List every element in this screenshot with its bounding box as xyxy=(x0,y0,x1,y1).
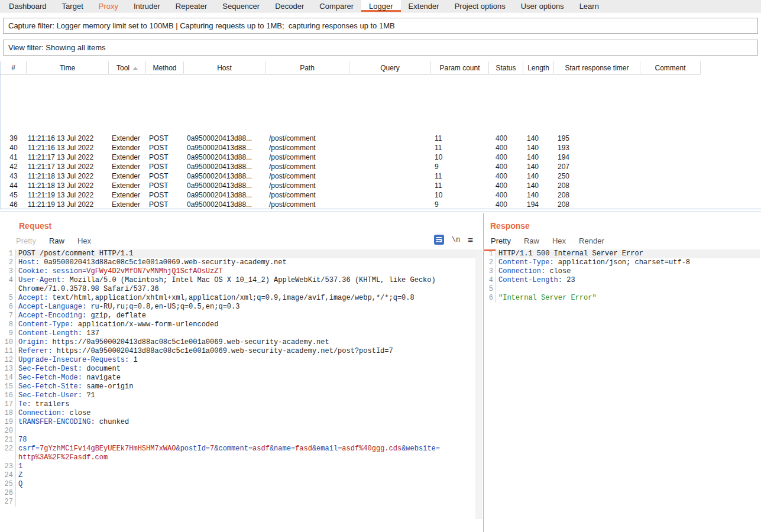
cell-query xyxy=(349,200,431,209)
menu-tab-proxy[interactable]: Proxy xyxy=(91,0,126,12)
cell-comment xyxy=(640,162,701,171)
cell-param_count: 9 xyxy=(431,162,489,171)
line-text: "Internal Server Error" xyxy=(496,294,760,303)
editor-line: 1POST /post/comment HTTP/1.1 xyxy=(0,249,475,258)
line-text: 1 xyxy=(16,462,475,471)
editor-line: 2178 xyxy=(0,436,475,445)
column-header-time[interactable]: Time xyxy=(27,61,109,74)
column-header-method[interactable]: Method xyxy=(146,61,184,74)
table-row[interactable]: 3911:21:16 13 Jul 2022ExtenderPOST0a9500… xyxy=(1,134,701,143)
cell-id: 40 xyxy=(1,143,27,153)
menu-tab-comparer[interactable]: Comparer xyxy=(312,0,361,12)
column-header-tool[interactable]: Tool xyxy=(109,61,146,74)
cell-param_count: 11 xyxy=(431,171,489,181)
request-editor[interactable]: 1POST /post/comment HTTP/1.12Host: 0a950… xyxy=(0,249,475,519)
menu-tab-decoder[interactable]: Decoder xyxy=(267,0,312,12)
line-number: 3 xyxy=(0,267,16,276)
capture-filter-bar[interactable]: Capture filter: Logger memory limit set … xyxy=(3,18,758,34)
response-tab-hex[interactable]: Hex xyxy=(546,235,572,251)
response-tab-render[interactable]: Render xyxy=(572,235,611,251)
table-row[interactable]: 4611:21:19 13 Jul 2022ExtenderPOST0a9500… xyxy=(1,200,701,209)
menu-tab-logger[interactable]: Logger xyxy=(361,0,400,12)
column-header-label: Comment xyxy=(655,64,685,72)
cell-comment xyxy=(640,171,701,181)
response-tab-raw[interactable]: Raw xyxy=(517,235,546,251)
line-text: Content-Type: application/json; charset=… xyxy=(496,258,760,267)
cell-time: 11:21:18 13 Jul 2022 xyxy=(27,181,109,190)
column-header--[interactable]: # xyxy=(1,61,27,74)
menu-tab-sequencer[interactable]: Sequencer xyxy=(215,0,267,12)
column-header-query[interactable]: Query xyxy=(349,61,431,74)
cell-query xyxy=(349,171,431,181)
column-header-start-response-timer[interactable]: Start response timer xyxy=(554,61,640,74)
column-header-comment[interactable]: Comment xyxy=(640,61,701,74)
cell-length: 140 xyxy=(523,143,554,153)
line-number: 10 xyxy=(0,338,16,347)
menu-tab-target[interactable]: Target xyxy=(54,0,91,12)
cell-method: POST xyxy=(146,134,184,143)
cell-timer: 208 xyxy=(554,181,640,190)
request-tab-pretty[interactable]: Pretty xyxy=(9,235,43,251)
newline-toggle-icon[interactable]: \n xyxy=(452,236,460,244)
request-editor-scrollbar[interactable] xyxy=(475,249,482,519)
request-tab-raw[interactable]: Raw xyxy=(43,235,71,251)
request-tab-hex[interactable]: Hex xyxy=(71,235,98,251)
cell-path: /post/comment xyxy=(265,143,349,153)
logger-table[interactable]: 3911:21:16 13 Jul 2022ExtenderPOST0a9500… xyxy=(0,61,701,209)
editor-line: 6Accept-Language: ru-RU,ru;q=0.8,en-US;q… xyxy=(0,303,475,312)
table-row[interactable]: 4411:21:18 13 Jul 2022ExtenderPOST0a9500… xyxy=(1,181,701,190)
line-number: 6 xyxy=(484,294,496,303)
horizontal-split-divider[interactable] xyxy=(0,209,761,212)
view-filter-text: View filter: Showing all items xyxy=(8,43,106,52)
cell-path: /post/comment xyxy=(265,200,349,209)
line-number: 15 xyxy=(0,382,16,391)
menu-tab-learn[interactable]: Learn xyxy=(572,0,607,12)
editor-line: 26 xyxy=(0,489,475,498)
column-header-length[interactable]: Length xyxy=(523,61,554,74)
column-header-status[interactable]: Status xyxy=(489,61,523,74)
cell-length: 140 xyxy=(523,162,554,171)
line-text: Connection: close xyxy=(16,409,475,418)
menu-tab-user-options[interactable]: User options xyxy=(513,0,572,12)
editor-menu-icon[interactable]: ≡ xyxy=(468,235,473,245)
main-menu-bar: DashboardTargetProxyIntruderRepeaterSequ… xyxy=(0,0,761,12)
cell-time: 11:21:16 13 Jul 2022 xyxy=(27,143,109,153)
cell-tool: Extender xyxy=(109,181,146,190)
line-text: Content-Length: 23 xyxy=(496,276,760,285)
response-editor[interactable]: 1HTTP/1.1 500 Internal Server Error2Cont… xyxy=(484,249,760,519)
menu-tab-dashboard[interactable]: Dashboard xyxy=(1,0,54,12)
soft-newlines-icon[interactable] xyxy=(434,235,444,245)
line-number: 11 xyxy=(0,347,16,356)
table-row[interactable]: 4511:21:19 13 Jul 2022ExtenderPOST0a9500… xyxy=(1,190,701,200)
column-header-param-count[interactable]: Param count xyxy=(431,61,489,74)
line-text: Accept: text/html,application/xhtml+xml,… xyxy=(16,294,475,303)
cell-id: 43 xyxy=(1,171,27,181)
cell-query xyxy=(349,190,431,200)
table-row[interactable]: 4111:21:17 13 Jul 2022ExtenderPOST0a9500… xyxy=(1,153,701,162)
cell-host: 0a9500020413d88... xyxy=(184,171,265,181)
column-header-path[interactable]: Path xyxy=(265,61,349,74)
line-text: tRANSFER-ENCODING: chunked xyxy=(16,418,475,427)
cell-length: 140 xyxy=(523,153,554,162)
view-filter-bar[interactable]: View filter: Showing all items xyxy=(3,40,758,56)
menu-tab-intruder[interactable]: Intruder xyxy=(126,0,168,12)
editor-line: 27 xyxy=(0,498,475,507)
cell-comment xyxy=(640,181,701,190)
table-row[interactable]: 4211:21:17 13 Jul 2022ExtenderPOST0a9500… xyxy=(1,162,701,171)
cell-param_count: 11 xyxy=(431,143,489,153)
column-header-host[interactable]: Host xyxy=(184,61,265,74)
editor-line: 25Q xyxy=(0,480,475,489)
cell-method: POST xyxy=(146,153,184,162)
line-number: 6 xyxy=(0,303,16,312)
table-row[interactable]: 4011:21:16 13 Jul 2022ExtenderPOST0a9500… xyxy=(1,143,701,153)
menu-tab-repeater[interactable]: Repeater xyxy=(168,0,215,12)
response-tab-pretty[interactable]: Pretty xyxy=(484,235,517,251)
cell-path: /post/comment xyxy=(265,162,349,171)
cell-id: 46 xyxy=(1,200,27,209)
editor-line: 24Z xyxy=(0,471,475,480)
cell-host: 0a9500020413d88... xyxy=(184,162,265,171)
menu-tab-extender[interactable]: Extender xyxy=(401,0,447,12)
table-row[interactable]: 4311:21:18 13 Jul 2022ExtenderPOST0a9500… xyxy=(1,171,701,181)
menu-tab-project-options[interactable]: Project options xyxy=(447,0,513,12)
column-header-label: Query xyxy=(380,64,400,72)
